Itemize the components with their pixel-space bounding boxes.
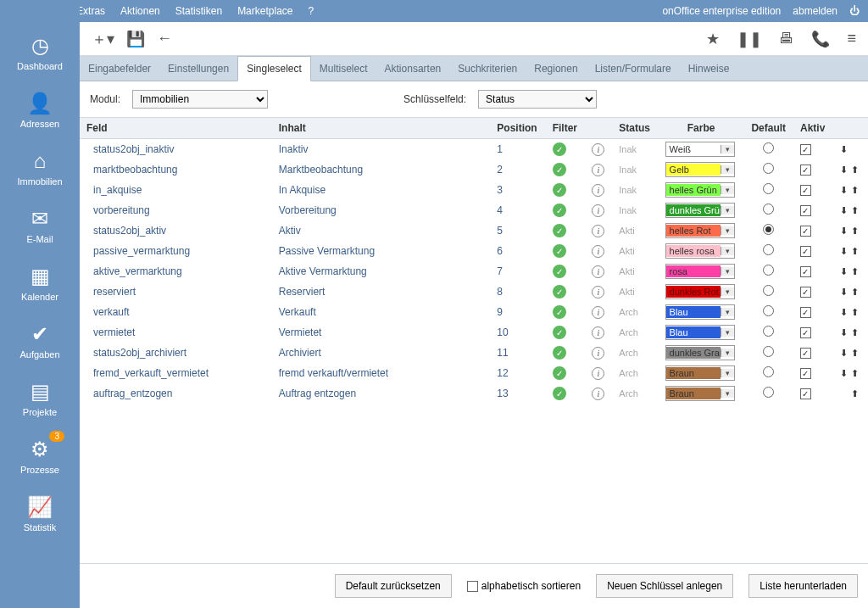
cell-color[interactable]: dunkles Grün▾ [659,200,744,220]
menu-?[interactable]: ? [309,5,314,17]
default-radio[interactable] [763,204,774,215]
back-icon[interactable]: ← [157,30,172,47]
tab-aktionsarten[interactable]: Aktionsarten [376,57,450,81]
default-radio[interactable] [763,163,774,174]
cell-color[interactable]: Blau▾ [659,302,744,322]
sidebar-item-adressen[interactable]: 👤Adressen [0,80,80,137]
tab-regionen[interactable]: Regionen [526,57,586,81]
cell-info[interactable]: i [585,220,612,241]
cell-info[interactable]: i [585,241,612,261]
move-down-icon[interactable]: ⬇ [840,226,848,237]
cell-info[interactable]: i [585,363,612,383]
move-down-icon[interactable]: ⬇ [840,348,848,359]
cell-color[interactable]: dunkles Grau▾ [659,343,744,363]
aktiv-checkbox[interactable]: ✓ [800,165,811,176]
default-radio[interactable] [763,265,774,276]
color-select[interactable]: helles Rot▾ [665,223,735,238]
tab-multiselect[interactable]: Multiselect [311,57,376,81]
default-radio[interactable] [763,387,774,398]
cell-color[interactable]: Braun▾ [659,363,744,383]
move-down-icon[interactable]: ⬇ [840,185,848,196]
download-list-button[interactable]: Liste herunterladen [748,574,858,598]
move-up-icon[interactable]: ⬆ [851,246,859,257]
color-select[interactable]: helles rosa▾ [665,243,735,259]
cell-color[interactable]: helles rosa▾ [659,241,744,261]
cell-aktiv[interactable]: ✓ [793,220,833,241]
aktiv-checkbox[interactable]: ✓ [800,307,811,318]
cell-filter[interactable]: ✓ [546,343,586,363]
cell-color[interactable]: Blau▾ [659,322,744,343]
move-down-icon[interactable]: ⬇ [840,266,848,277]
cell-filter[interactable]: ✓ [546,220,586,241]
color-select[interactable]: Blau▾ [665,304,735,320]
cell-aktiv[interactable]: ✓ [793,180,833,200]
move-up-icon[interactable]: ⬆ [851,226,859,237]
cell-info[interactable]: i [585,343,612,363]
cell-aktiv[interactable]: ✓ [793,383,833,404]
move-up-icon[interactable]: ⬆ [851,388,859,399]
tab-hinweise[interactable]: Hinweise [680,57,738,81]
tab-singleselect[interactable]: Singleselect [237,56,311,81]
color-select[interactable]: rosa▾ [665,264,735,279]
cell-filter[interactable]: ✓ [546,322,586,343]
cell-color[interactable]: Gelb▾ [659,159,744,180]
default-radio[interactable] [763,244,774,255]
cell-info[interactable]: i [585,302,612,322]
key-select[interactable]: Status [478,90,597,109]
default-radio[interactable] [763,142,774,153]
color-select[interactable]: helles Grün▾ [665,182,735,198]
alpha-sort-checkbox[interactable] [467,581,478,592]
cell-filter[interactable]: ✓ [546,383,586,404]
cell-default[interactable] [744,363,793,383]
menu-marketplace[interactable]: Marketplace [237,5,292,17]
move-up-icon[interactable]: ⬆ [851,327,859,338]
cell-default[interactable] [744,200,793,220]
cell-color[interactable]: rosa▾ [659,261,744,282]
aktiv-checkbox[interactable]: ✓ [800,185,811,196]
move-down-icon[interactable]: ⬇ [840,144,848,155]
cell-aktiv[interactable]: ✓ [793,159,833,180]
color-select[interactable]: Weiß▾ [665,142,735,157]
cell-default[interactable] [744,282,793,302]
move-down-icon[interactable]: ⬇ [840,246,848,257]
sidebar-item-prozesse[interactable]: ⚙Prozesse3 [0,426,80,483]
cell-default[interactable] [744,139,793,160]
menu-icon[interactable]: ≡ [847,30,856,47]
print-icon[interactable]: 🖶 [779,30,794,47]
move-up-icon[interactable]: ⬆ [851,185,859,196]
cell-default[interactable] [744,322,793,343]
cell-default[interactable] [744,180,793,200]
move-down-icon[interactable]: ⬇ [840,307,848,318]
move-up-icon[interactable]: ⬆ [851,287,859,298]
cell-default[interactable] [744,241,793,261]
cell-default[interactable] [744,220,793,241]
cell-default[interactable] [744,383,793,404]
cell-info[interactable]: i [585,261,612,282]
default-radio[interactable] [763,183,774,194]
cell-filter[interactable]: ✓ [546,159,586,180]
reset-default-button[interactable]: Default zurücksetzen [335,574,452,598]
sidebar-item-aufgaben[interactable]: ✔Aufgaben [0,310,80,368]
cell-filter[interactable]: ✓ [546,139,586,160]
aktiv-checkbox[interactable]: ✓ [800,287,811,298]
aktiv-checkbox[interactable]: ✓ [800,246,811,257]
cell-color[interactable]: Braun▾ [659,383,744,404]
modul-select[interactable]: Immobilien [132,90,268,109]
move-down-icon[interactable]: ⬇ [840,205,848,216]
cell-color[interactable]: dunkles Rot▾ [659,282,744,302]
save-icon[interactable]: 💾 [126,30,145,48]
cell-filter[interactable]: ✓ [546,200,586,220]
move-up-icon[interactable]: ⬆ [851,205,859,216]
sidebar-item-immobilien[interactable]: ⌂Immobilien [0,137,80,195]
default-radio[interactable] [763,305,774,316]
cell-info[interactable]: i [585,383,612,404]
sidebar-item-dashboard[interactable]: ◷Dashboard [0,22,80,80]
cell-default[interactable] [744,343,793,363]
new-key-button[interactable]: Neuen Schlüssel anlegen [596,574,733,598]
cell-aktiv[interactable]: ✓ [793,302,833,322]
cell-filter[interactable]: ✓ [546,180,586,200]
aktiv-checkbox[interactable]: ✓ [800,226,811,237]
aktiv-checkbox[interactable]: ✓ [800,348,811,359]
move-down-icon[interactable]: ⬇ [840,368,848,379]
cell-aktiv[interactable]: ✓ [793,363,833,383]
